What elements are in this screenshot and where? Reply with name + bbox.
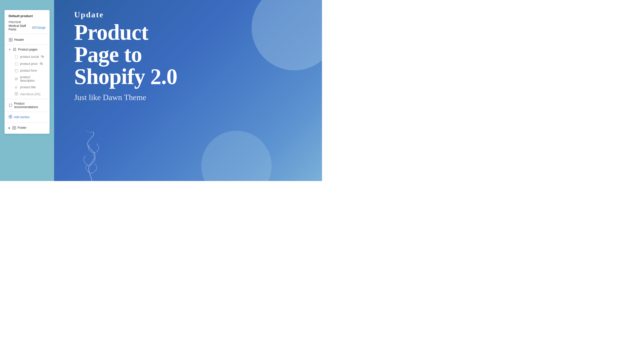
sidebar-item-footer[interactable]: ▶ Footer bbox=[5, 124, 50, 132]
preview-row: Medical Staff Pants Change bbox=[9, 24, 46, 31]
svg-rect-1 bbox=[11, 38, 12, 40]
divider-4 bbox=[5, 122, 50, 123]
sidebar-nav: Header ▼ Product pages bbox=[5, 34, 50, 134]
sidebar-title: Default product bbox=[9, 14, 46, 18]
preview-label: PREVIEW bbox=[9, 21, 46, 24]
frame-icon-form bbox=[15, 69, 18, 72]
update-label: Update bbox=[74, 10, 307, 19]
left-panel: Default product PREVIEW Medical Staff Pa… bbox=[0, 0, 54, 181]
seaweed-decoration bbox=[79, 131, 104, 181]
sidebar-item-product-recommendations[interactable]: Product recommendations bbox=[5, 100, 50, 111]
eye-slash-icon-social bbox=[41, 55, 44, 59]
headline-line1: Product bbox=[74, 20, 148, 44]
right-panel: Update Product Page to Shopify 2.0 Just … bbox=[54, 0, 322, 181]
product-social-label: product social bbox=[20, 55, 39, 59]
svg-rect-9 bbox=[15, 63, 18, 65]
product-form-label: product form bbox=[20, 69, 37, 72]
sidebar-item-header[interactable]: Header bbox=[5, 36, 50, 43]
hero-text: Update Product Page to Shopify 2.0 Just … bbox=[74, 10, 307, 102]
sidebar-item-product-price[interactable]: product price bbox=[7, 60, 50, 67]
sidebar-item-product-form[interactable]: product form bbox=[7, 67, 50, 74]
plus-icon-block bbox=[15, 92, 18, 96]
svg-rect-26 bbox=[14, 128, 16, 129]
sidebar-header: Default product PREVIEW Medical Staff Pa… bbox=[5, 10, 50, 34]
sidebar-item-product-social[interactable]: product social bbox=[7, 53, 50, 60]
sidebar-item-product-title[interactable]: T product title bbox=[7, 84, 50, 90]
text-icon: T bbox=[15, 85, 18, 89]
frame-icon-price bbox=[15, 62, 18, 66]
sub-headline: Just like Dawn Theme bbox=[74, 93, 307, 102]
add-block-label: Add block (5/5) bbox=[20, 93, 41, 96]
product-pages-label: Product pages bbox=[18, 48, 37, 51]
headline-line3: Shopify 2.0 bbox=[74, 64, 177, 89]
svg-rect-6 bbox=[15, 56, 18, 58]
sidebar-item-product-pages[interactable]: ▼ Product pages bbox=[5, 46, 50, 53]
sidebar-card: Default product PREVIEW Medical Staff Pa… bbox=[5, 10, 50, 134]
external-link-icon bbox=[32, 26, 35, 29]
footer-label: Footer bbox=[18, 126, 26, 129]
product-price-label: product price bbox=[20, 62, 37, 66]
svg-text:T: T bbox=[15, 86, 17, 89]
product-pages-icon bbox=[13, 48, 17, 52]
product-title-label: product title bbox=[20, 85, 36, 89]
chevron-down-icon: ▼ bbox=[9, 48, 11, 51]
add-block-item[interactable]: Add block (5/5) bbox=[7, 90, 50, 98]
product-recommendations-label: Product recommendations bbox=[14, 102, 46, 109]
headline-line2: Page to bbox=[74, 42, 142, 67]
product-rec-icon bbox=[9, 103, 13, 107]
frame-icon-social bbox=[15, 55, 18, 59]
preview-product-name: Medical Staff Pants bbox=[9, 24, 31, 31]
add-section-item[interactable]: Add section bbox=[5, 113, 50, 121]
svg-rect-0 bbox=[9, 38, 11, 40]
svg-rect-24 bbox=[14, 126, 16, 128]
svg-rect-25 bbox=[13, 128, 14, 129]
header-icon bbox=[9, 38, 13, 42]
change-button[interactable]: Change bbox=[35, 26, 46, 29]
divider-3 bbox=[5, 112, 50, 112]
divider-1 bbox=[5, 44, 50, 45]
svg-rect-23 bbox=[13, 126, 14, 128]
preview-product: Medical Staff Pants bbox=[9, 24, 35, 31]
header-label: Header bbox=[14, 38, 24, 41]
add-section-label: Add section bbox=[14, 115, 30, 119]
footer-icon bbox=[12, 126, 16, 130]
main-headline: Product Page to Shopify 2.0 bbox=[74, 21, 307, 88]
svg-rect-3 bbox=[11, 40, 12, 41]
lines-icon bbox=[15, 77, 18, 81]
product-description-label: product description bbox=[20, 75, 46, 82]
sidebar-item-product-description[interactable]: product description bbox=[7, 74, 50, 84]
svg-rect-2 bbox=[9, 40, 11, 41]
svg-rect-12 bbox=[15, 69, 18, 72]
plus-icon-section bbox=[9, 115, 12, 119]
product-pages-subitems: product social bbox=[5, 53, 50, 98]
divider-2 bbox=[5, 99, 50, 99]
circle-decoration-2 bbox=[201, 131, 272, 181]
chevron-right-icon: ▶ bbox=[9, 126, 11, 129]
eye-slash-icon-price bbox=[39, 62, 43, 66]
